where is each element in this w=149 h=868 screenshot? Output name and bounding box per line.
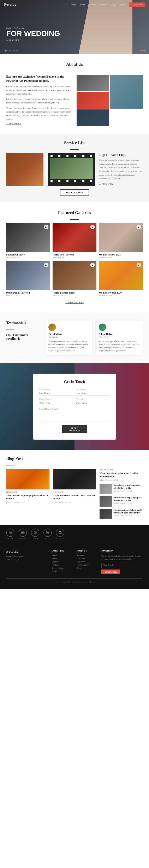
testimonial-name-1: David Maria — [49, 333, 90, 336]
contact-phone-input[interactable] — [76, 401, 110, 405]
see-all-work-button[interactable]: SEE ALL WORK — [60, 189, 89, 196]
play-button-5[interactable]: ▶ — [90, 263, 95, 267]
footer-newsletter-col: Newsletter Get the best tips about new t… — [101, 549, 143, 574]
bottom-icon-2[interactable]: 📸 CAMERA — [19, 529, 27, 539]
footer-aboutlink-1[interactable]: About Us — [77, 554, 97, 557]
contact-firstname-input[interactable] — [39, 391, 73, 396]
testimonials-section: Testimonials Our Customers Feedback Davi… — [0, 312, 149, 363]
nav-item-services[interactable]: Services — [88, 3, 96, 6]
bottom-icon-circle-2: 📸 — [19, 529, 27, 537]
bottom-icon-circle-5: 🖼 — [56, 529, 64, 537]
blog-list-title-3[interactable]: How to create good photo on all phone wi… — [114, 509, 143, 514]
service-see-album-link[interactable]: — SEE ALBUM — [99, 183, 113, 185]
blog-thumb-1 — [6, 469, 50, 490]
about-para-2: Elit sed do eiusmod tempor incididunt la… — [6, 97, 72, 105]
contact-message-label: I would like to discuss * — [39, 408, 110, 410]
nav-item-contact[interactable]: Contact — [119, 3, 126, 6]
bottom-icon-3[interactable]: 🎥 VIDEO — [31, 529, 39, 539]
newsletter-email-input[interactable] — [101, 563, 143, 568]
footer-link-home[interactable]: Home — [52, 554, 72, 557]
play-button-2[interactable]: ▶ — [90, 225, 95, 229]
blog-title-2[interactable]: A Comprehensive Guide to Local Our SEO i… — [53, 494, 96, 500]
footer-aboutlink-3[interactable]: Our News — [77, 561, 97, 563]
testimonial-role-1: US Agency — [49, 336, 90, 338]
testimonials-divider — [6, 330, 14, 330]
contact-email-input[interactable] — [39, 401, 73, 405]
more-works: — MORE WORKS — [6, 301, 143, 304]
blog-list-item-1: Your choice to be photographer is better… — [99, 484, 143, 494]
nav-item-portfolio[interactable]: Portfolio — [99, 3, 108, 6]
play-button-4[interactable]: ▶ — [44, 263, 49, 267]
hero-subtitle: Make it Professional — [6, 27, 60, 29]
footer-link-contact[interactable]: Contact — [52, 570, 72, 572]
testimonials-left: Testimonials Our Customers Feedback — [6, 321, 39, 355]
more-works-link[interactable]: — MORE WORKS — [65, 301, 84, 304]
testimonials-section-title: Testimonials — [6, 321, 39, 326]
subscribe-button[interactable]: SUBSCRIBE — [101, 569, 120, 574]
gallery-item-2[interactable]: ▶ World Top Farewell Photoshop Art — [53, 223, 96, 258]
nav-logo[interactable]: Fototag — [4, 3, 16, 6]
testimonials-heading: Our Customers Feedback — [6, 333, 39, 341]
contact-message-input[interactable] — [39, 411, 110, 421]
gallery-item-1[interactable]: ▶ Fashion Of Video Women Fashion — [6, 223, 50, 258]
about-readmore-link[interactable]: — READ MORE — [6, 122, 72, 125]
gallery-item-4[interactable]: ▶ Photography Farewell Photoshop Art — [6, 261, 50, 297]
footer-phone[interactable]: 346675435138 — [6, 558, 48, 561]
hero-dot-1[interactable] — [140, 50, 141, 51]
blog-side-title[interactable]: What your friends think about is calling… — [99, 472, 143, 478]
gallery-item-5[interactable]: ▶ World Fashion Show Women Fashion — [53, 261, 96, 297]
footer-aboutlink-2[interactable]: Our Team — [77, 558, 97, 560]
hero-content: Make it Professional FOR WEDDING — READ … — [6, 27, 60, 41]
hero-readmore-link[interactable]: — READ MORE — [6, 39, 60, 41]
footer-link-portfolio[interactable]: Portfolio — [52, 564, 72, 566]
bottom-icon-5[interactable]: 🖼 GALLERY — [56, 529, 64, 539]
footer-link-about[interactable]: About — [52, 558, 72, 560]
hero-dot-3[interactable] — [144, 50, 145, 51]
galleries-section: Featured Galleries ▶ Fashion Of Video Wo… — [0, 202, 149, 312]
contact-firstname-label: First Name * — [39, 388, 73, 391]
hero-dots — [140, 50, 145, 51]
nav-allwork-button[interactable]: ALL WORK — [129, 2, 145, 7]
gallery-sub-3: Women Fashion — [99, 256, 143, 258]
bottom-icon-4[interactable]: 📷 PHOTO — [43, 529, 52, 539]
blog-meta-1: Admin October 3, 2020 — [6, 501, 50, 503]
footer-grid: Fototag contact@fototag.com 346675435138… — [6, 549, 143, 574]
footer-aboutlink-5[interactable]: Blog — [77, 567, 97, 569]
about-section: About Us Explore our exclusive. We are B… — [0, 54, 149, 134]
hero-section: Fototag Home About Services Portfolio Bl… — [0, 0, 149, 54]
footer-link-security[interactable]: Security — [52, 561, 72, 563]
blog-title-1[interactable]: Your choice to be photographer is better… — [6, 494, 50, 500]
play-button-6[interactable]: ▶ — [137, 263, 141, 267]
film-hole — [51, 180, 53, 182]
hero-follow[interactable]: ◀ FOLLOW US — [4, 50, 18, 52]
blog-title: Blog Post — [6, 456, 143, 461]
about-heading: Explore our exclusive. We are Believe in… — [6, 75, 72, 83]
bottom-icon-circle-1: 📷 — [6, 529, 14, 537]
blog-list-title-2[interactable]: Your choice to be photographer is better… — [114, 496, 143, 502]
contact-lastname-input[interactable] — [76, 391, 110, 396]
nav-item-home[interactable]: Home — [70, 3, 76, 6]
footer-quicklinks-title: Quick links — [52, 549, 72, 552]
nav-item-about[interactable]: About — [79, 3, 85, 6]
contact-send-button[interactable]: SEND MESSAGE — [62, 425, 87, 433]
footer: Fototag contact@fototag.com 346675435138… — [0, 543, 149, 589]
bottom-icon-label-4: PHOTO — [43, 538, 52, 539]
bottom-icons: 📷 FOTOTAG 📸 CAMERA 🎥 VIDEO 📷 PHOTO 🖼 GAL… — [6, 529, 64, 539]
contact-section: Get In Touch First Name * Last Name * Em… — [0, 363, 149, 450]
play-button-1[interactable]: ▶ — [44, 225, 49, 229]
gallery-title-6: Women's World 2020 — [99, 291, 143, 294]
nav-item-blog[interactable]: Blog — [111, 3, 115, 6]
play-button-3[interactable]: ▶ — [137, 225, 141, 229]
blog-list-title-1[interactable]: Your choice to be photographer is better… — [114, 484, 143, 489]
gallery-item-3[interactable]: ▶ Women's Show 2021 Women Fashion — [99, 223, 143, 258]
hero-dot-2[interactable] — [142, 50, 143, 51]
footer-email[interactable]: contact@fototag.com — [6, 555, 48, 558]
service-title: Service List — [6, 141, 143, 145]
footer-link-gallery[interactable]: Travel Gallery — [52, 567, 72, 569]
footer-aboutlink-4[interactable]: Travel Gallery — [77, 564, 97, 566]
bottom-icon-1[interactable]: 📷 FOTOTAG — [6, 529, 14, 539]
blog-grid: Photoshop Your choice to be photographer… — [6, 469, 143, 519]
blog-list-info-2: Your choice to be photographer is better… — [114, 496, 143, 504]
gallery-item-6[interactable]: ▶ Women's World 2020 Women Fashion — [99, 261, 143, 297]
gallery-title-1: Fashion Of Video — [6, 253, 50, 256]
